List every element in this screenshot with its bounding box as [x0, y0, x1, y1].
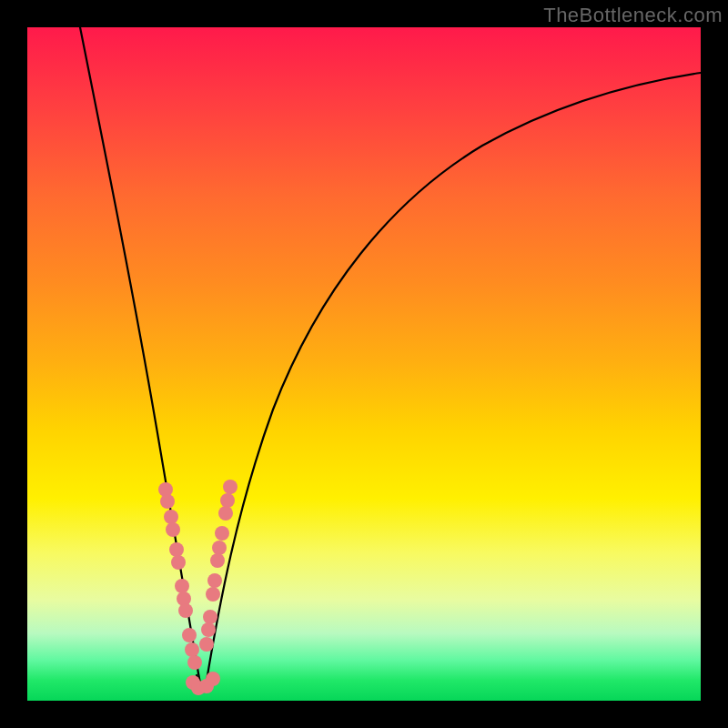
bead [207, 573, 222, 588]
bead [215, 526, 229, 541]
bead [223, 480, 238, 494]
bead [164, 510, 178, 524]
bead [182, 628, 197, 642]
beads-bottom-cluster [186, 672, 220, 695]
beads-right-cluster [199, 480, 238, 652]
chart-frame: TheBottleneck.com [0, 0, 728, 728]
beads-left-cluster [158, 482, 202, 670]
bead [166, 522, 180, 537]
bead [220, 493, 235, 508]
watermark-text: TheBottleneck.com [543, 4, 723, 27]
curve-svg [27, 27, 701, 701]
bead [212, 541, 227, 555]
bead [206, 672, 220, 686]
bead [199, 637, 214, 652]
bead [203, 610, 217, 624]
bead [206, 587, 220, 602]
bead [171, 555, 186, 570]
bead [185, 642, 199, 657]
bead [210, 553, 225, 568]
plot-area [27, 27, 701, 701]
bead [169, 542, 184, 557]
bead [187, 655, 202, 670]
curve-right-branch [207, 73, 701, 681]
bead [201, 622, 216, 637]
bead [218, 506, 233, 521]
bead [178, 603, 193, 618]
bead [175, 579, 189, 593]
bead [160, 494, 175, 509]
